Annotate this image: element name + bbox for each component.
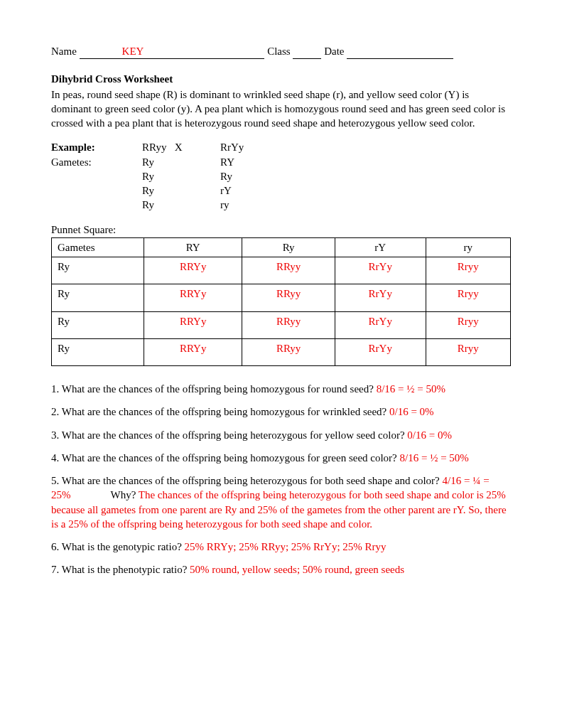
header-line: Name KEY Class Date <box>51 44 511 59</box>
punnett-square: Gametes RY Ry rY ry Ry RRYy RRyy RrYy Rr… <box>51 237 511 366</box>
class-label: Class <box>267 46 291 57</box>
punnett-cell: RRYy <box>144 284 242 311</box>
example-col2-row: rY <box>220 183 277 198</box>
example-col2-row: RrYy <box>220 140 277 154</box>
punnett-row-label: Ry <box>52 338 144 365</box>
question-1: 1. What are the chances of the offspring… <box>51 382 511 396</box>
question-text: 6. What is the genotypic ratio? <box>51 541 185 552</box>
example-col1-row: Ry <box>142 155 220 169</box>
name-blank-left <box>80 44 122 59</box>
punnett-cell: RRyy <box>242 338 335 365</box>
example-col1-row: RRyy X <box>142 140 220 154</box>
punnett-cell: RRyy <box>242 284 335 311</box>
question-text: 3. What are the chances of the offspring… <box>51 429 407 441</box>
example-col2-row: RY <box>220 155 277 169</box>
table-row: Ry RRYy RRyy RrYy Rryy <box>52 257 511 284</box>
punnett-cell: RRYy <box>144 338 242 365</box>
date-label: Date <box>324 46 344 57</box>
question-text: 4. What are the chances of the offspring… <box>51 452 400 464</box>
punnett-col-head: Ry <box>242 237 335 257</box>
question-2: 2. What are the chances of the offspring… <box>51 405 511 419</box>
example-col1-row: Ry <box>142 183 220 198</box>
example-col2-row: ry <box>220 198 277 212</box>
example-col2-row: Ry <box>220 169 277 183</box>
question-answer: 25% RRYy; 25% RRyy; 25% RrYy; 25% Rryy <box>185 541 387 552</box>
punnett-label: Punnet Square: <box>51 223 511 237</box>
question-7: 7. What is the phenotypic ratio? 50% rou… <box>51 562 511 577</box>
question-3: 3. What are the chances of the offspring… <box>51 428 511 442</box>
punnett-cell: RrYy <box>335 311 426 338</box>
punnett-row-label: Ry <box>52 311 144 338</box>
question-6: 6. What is the genotypic ratio? 25% RRYy… <box>51 540 511 554</box>
question-text: 7. What is the phenotypic ratio? <box>51 564 190 575</box>
example-block: Example: Gametes: RRyy X Ry Ry Ry Ry RrY… <box>51 140 511 212</box>
name-label: Name <box>51 46 77 57</box>
question-answer: 0/16 = 0% <box>389 406 434 417</box>
class-blank <box>293 44 321 59</box>
question-5: 5. What are the chances of the offspring… <box>51 473 511 531</box>
example-col1-row: Ry <box>142 169 220 183</box>
why-label: Why? <box>111 489 139 500</box>
question-text: 1. What are the chances of the offspring… <box>51 383 377 395</box>
date-blank <box>347 44 453 59</box>
punnett-row-label: Ry <box>52 284 144 311</box>
punnett-col-head: RY <box>144 237 242 257</box>
intro-paragraph: In peas, round seed shape (R) is dominan… <box>51 87 511 131</box>
worksheet-title: Dihybrid Cross Worksheet <box>51 72 511 86</box>
example-col2: RrYy RY Ry rY ry <box>220 140 277 212</box>
punnett-cell: Rryy <box>426 284 510 311</box>
punnett-cell: Rryy <box>426 257 510 284</box>
question-answer: 8/16 = ½ = 50% <box>400 452 469 464</box>
punnett-cell: RRYy <box>144 257 242 284</box>
punnett-cell: RrYy <box>335 284 426 311</box>
punnett-cell: Rryy <box>426 338 510 365</box>
punnett-row-label: Ry <box>52 257 144 284</box>
punnett-col-head: ry <box>426 237 510 257</box>
example-col1: RRyy X Ry Ry Ry Ry <box>142 140 220 212</box>
punnett-corner: Gametes <box>52 237 144 257</box>
table-row: Ry RRYy RRyy RrYy Rryy <box>52 311 511 338</box>
question-answer: 0/16 = 0% <box>407 429 452 441</box>
table-row: Ry RRYy RRyy RrYy Rryy <box>52 338 511 365</box>
question-answer: 50% round, yellow seeds; 50% round, gree… <box>190 564 404 575</box>
example-label: Example: <box>51 140 142 154</box>
question-4: 4. What are the chances of the offspring… <box>51 451 511 465</box>
punnett-cell: RrYy <box>335 338 426 365</box>
table-row: Ry RRYy RRyy RrYy Rryy <box>52 284 511 311</box>
name-value: KEY <box>122 44 144 59</box>
example-col1-row: Ry <box>142 198 220 212</box>
punnett-cell: RRyy <box>242 311 335 338</box>
punnett-cell: RRYy <box>144 311 242 338</box>
punnett-cell: Rryy <box>426 311 510 338</box>
punnett-cell: RrYy <box>335 257 426 284</box>
question-answer: 8/16 = ½ = 50% <box>377 383 445 395</box>
gametes-label: Gametes: <box>51 155 142 169</box>
punnett-cell: RRyy <box>242 257 335 284</box>
punnett-col-head: rY <box>335 237 426 257</box>
question-text: 2. What are the chances of the offspring… <box>51 406 389 417</box>
question-text: 5. What are the chances of the offspring… <box>51 475 443 486</box>
name-blank-right <box>144 44 264 59</box>
